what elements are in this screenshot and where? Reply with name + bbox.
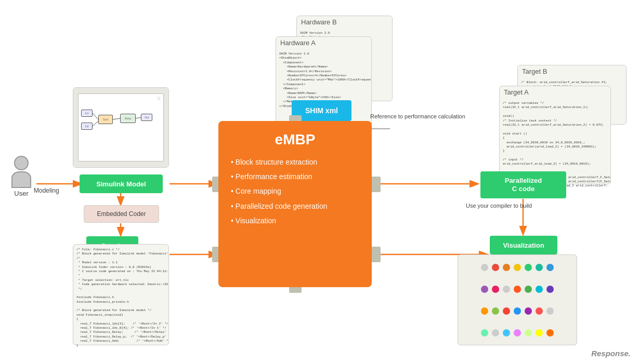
- viz-dot: [546, 329, 554, 336]
- embp-item-4: • Visualization: [231, 216, 276, 225]
- viz-dot: [492, 264, 499, 271]
- response-logo: Response.: [591, 349, 631, 358]
- viz-dot: [525, 307, 532, 315]
- viz-dot: [503, 264, 510, 271]
- user-label: User: [14, 190, 28, 197]
- embp-box: eMBP • Block structure extraction • Perf…: [218, 121, 372, 287]
- user-head-icon: [14, 156, 29, 170]
- target-a-card: Target A /* output variables */ real(32_…: [499, 86, 611, 184]
- visualization-label: Visualization: [490, 236, 557, 254]
- viz-dot: [546, 264, 554, 271]
- viz-dots-area: [458, 255, 577, 345]
- hardware-a-title: Hardware A: [276, 37, 371, 49]
- embp-item-1: • Performance estimation: [231, 172, 312, 181]
- embedded-coder-box: Embedded Coder: [84, 205, 159, 223]
- viz-dot: [536, 329, 543, 336]
- svg-line-13: [93, 121, 98, 126]
- connector-tab-right-bot: [371, 247, 381, 262]
- viz-dot: [481, 307, 488, 315]
- viz-dot: [492, 286, 499, 293]
- simulink-diagram-area: In1 In2 Sum Delay Out □: [73, 88, 168, 167]
- viz-dot: [514, 286, 521, 293]
- simulink-diagram: In1 In2 Sum Delay Out □: [78, 93, 164, 161]
- viz-dot: [546, 286, 554, 293]
- ccode-content: /* File: Fibonacci.c */ /* Block generat…: [73, 245, 168, 351]
- viz-dot: [514, 329, 521, 336]
- viz-dot: [481, 264, 488, 271]
- ccode-card: /* File: Fibonacci.c */ /* Block generat…: [73, 244, 169, 345]
- embp-item-2: • Core mapping: [231, 186, 281, 196]
- visualization-card: [458, 254, 577, 345]
- use-compiler-label: Use your compiler to build: [466, 203, 532, 209]
- diagram-container: User Modeling In1 In2 Sum Delay Out □: [0, 0, 639, 364]
- svg-line-15: [136, 117, 141, 118]
- parallelized-ccode-label: Parallelized C code: [480, 171, 566, 198]
- svg-line-12: [93, 113, 98, 119]
- viz-dot: [481, 329, 488, 336]
- viz-dot: [503, 286, 510, 293]
- viz-dot: [546, 307, 554, 315]
- connector-tab-right-top: [371, 177, 381, 192]
- viz-dot: [525, 286, 532, 293]
- simulink-card: In1 In2 Sum Delay Out □: [73, 87, 169, 168]
- embp-item-3: • Parallelized code generation: [231, 201, 327, 211]
- embp-item-0: • Block structure extraction: [231, 157, 317, 167]
- viz-dot: [492, 307, 499, 315]
- target-a-title: Target A: [500, 86, 610, 98]
- viz-dot: [525, 329, 532, 336]
- embp-title: eMBP: [231, 131, 359, 148]
- viz-dot: [481, 286, 488, 293]
- modeling-label: Modeling: [34, 187, 59, 194]
- viz-dot: [503, 307, 510, 315]
- svg-line-14: [113, 118, 120, 119]
- viz-dot: [514, 264, 521, 271]
- viz-dot: [536, 264, 543, 271]
- viz-dot: [514, 307, 521, 315]
- viz-dot: [536, 307, 543, 315]
- viz-dot: [503, 329, 510, 336]
- reference-note-label: Reference to performance calculation: [370, 113, 465, 119]
- viz-dot: [525, 264, 532, 271]
- user-figure: User: [11, 156, 31, 197]
- viz-dot: [536, 286, 543, 293]
- simulink-model-label: Simulink Model: [80, 174, 163, 193]
- viz-dot: [492, 329, 499, 336]
- user-body-icon: [11, 171, 31, 188]
- hardware-b-title: Hardware B: [297, 16, 392, 28]
- target-b-title: Target B: [518, 65, 626, 77]
